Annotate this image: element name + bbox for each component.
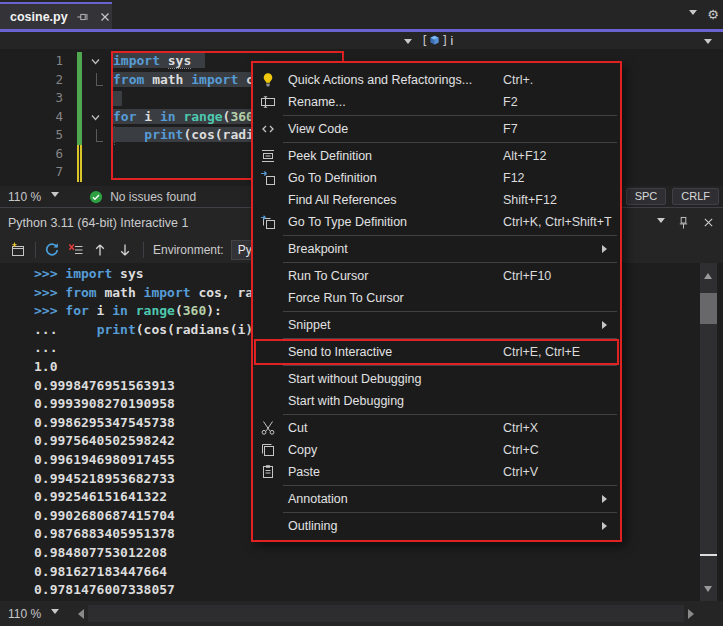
menu-shortcut: Ctrl+K, Ctrl+Shift+T [503,215,612,229]
menu-shortcut: F2 [503,95,518,109]
menu-item-go-to-definition[interactable]: Go To DefinitionF12 [253,167,620,189]
menu-item-outlining[interactable]: Outlining [253,515,620,537]
pin-icon[interactable] [76,10,90,24]
line-number-gutter: 1234567 [0,52,66,182]
tool-window-controls [657,216,715,230]
tab-bar-controls: ⚙ [689,0,719,29]
clear-screen-icon[interactable] [68,242,84,258]
zoom-chevron-icon[interactable] [51,192,59,201]
check-circle-icon [89,190,103,204]
menu-item-cut[interactable]: CutCtrl+X [253,417,620,439]
reset-session-icon[interactable] [44,242,60,258]
tab-bar: cosine.py ⚙ [0,0,723,29]
menu-item-rename[interactable]: Rename...F2 [253,91,620,113]
menu-item-annotation[interactable]: Annotation [253,488,620,510]
submenu-arrow-icon [602,522,611,530]
menu-item-label: Copy [288,443,317,457]
menu-item-label: Snippet [288,318,330,332]
window-position-chevron-icon[interactable] [657,218,665,227]
horizontal-scrollbar[interactable] [88,605,684,622]
menu-item-go-to-type-definition[interactable]: Go To Type DefinitionCtrl+K, Ctrl+Shift+… [253,211,620,233]
close-icon[interactable] [98,10,112,24]
scroll-down-icon[interactable] [704,586,712,596]
tab-cosine-py[interactable]: cosine.py [0,2,112,29]
menu-separator [283,235,617,236]
menu-item-peek-definition[interactable]: Peek DefinitionAlt+F12 [253,145,620,167]
menu-item-snippet[interactable]: Snippet [253,314,620,336]
close-icon[interactable] [702,216,715,229]
fold-chevron-icon[interactable] [90,112,101,123]
menu-item-label: Start with Debugging [288,394,404,408]
context-menu: Quick Actions and Refactorings...Ctrl+.R… [251,61,622,542]
line-number: 7 [0,163,66,182]
menu-item-label: Go To Definition [288,171,377,185]
menu-item-find-all-references[interactable]: Find All ReferencesShift+F12 [253,189,620,211]
menu-item-label: Paste [288,465,320,479]
menu-item-copy[interactable]: CopyCtrl+C [253,439,620,461]
interactive-status-bar: 110 % [0,601,723,626]
indent-mode-badge[interactable]: SPC [626,188,667,205]
menu-item-start-with-debugging[interactable]: Start with Debugging [253,390,620,412]
menu-item-label: Cut [288,421,307,435]
history-previous-icon[interactable] [92,242,108,258]
menu-shortcut: Ctrl+X [503,421,538,435]
scrollbar-thumb[interactable] [700,293,717,324]
scroll-right-icon[interactable] [688,609,699,619]
submenu-arrow-icon [602,321,611,329]
vs-window: cosine.py ⚙ [ ] i 1234567 [0,0,723,626]
type-dropdown-chevron-icon[interactable] [404,39,412,48]
vertical-scrollbar[interactable] [700,263,717,602]
scroll-left-icon[interactable] [73,609,84,619]
menu-separator [283,311,617,312]
scroll-up-icon[interactable] [704,269,712,279]
fold-chevron-icon[interactable] [90,56,101,67]
zoom-chevron-icon[interactable] [51,609,59,618]
bracket-left: [ [421,34,428,48]
rename-icon [260,94,276,110]
menu-item-label: Quick Actions and Refactorings... [288,73,472,87]
scrollbar-corner [699,601,723,626]
menu-separator [283,115,617,116]
menu-item-paste[interactable]: PasteCtrl+V [253,461,620,483]
go-to-definition-icon [260,170,276,186]
view-code-icon [260,121,276,137]
menu-item-run-to-cursor[interactable]: Run To CursorCtrl+F10 [253,265,620,287]
menu-item-view-code[interactable]: View CodeF7 [253,118,620,140]
interactive-zoom-level[interactable]: 110 % [8,607,41,621]
menu-shortcut: Ctrl+V [503,465,538,479]
menu-item-label: Force Run To Cursor [288,291,404,305]
line-number: 5 [0,126,66,145]
menu-item-label: Rename... [288,95,346,109]
member-name: i [450,34,453,48]
menu-item-label: Breakpoint [288,242,348,256]
outline-bracket [96,73,103,86]
line-number: 2 [0,71,66,90]
member-dropdown[interactable]: [ ] i [421,33,453,49]
settings-gear-icon[interactable]: ⚙ [707,8,719,21]
member-dropdown-chevron-icon[interactable] [704,39,712,48]
pin-icon[interactable] [677,216,690,230]
document-list-chevron-icon[interactable] [689,10,697,19]
editor-zoom-level[interactable]: 110 % [8,190,41,204]
line-ending-badge[interactable]: CRLF [672,188,719,205]
menu-item-force-run-to-cursor[interactable]: Force Run To Cursor [253,287,620,309]
menu-item-start-without-debugging[interactable]: Start without Debugging [253,368,620,390]
menu-shortcut: F7 [503,122,518,136]
scrollbar-mark [700,554,717,556]
document-health[interactable]: No issues found [89,190,196,204]
menu-item-breakpoint[interactable]: Breakpoint [253,238,620,260]
peek-definition-icon [260,148,276,164]
line-number: 3 [0,89,66,108]
cube-icon [428,34,441,47]
menu-shortcut: Shift+F12 [503,193,557,207]
history-next-icon[interactable] [117,242,133,258]
menu-shortcut: Ctrl+E, Ctrl+E [503,345,580,359]
new-interactive-window-icon[interactable] [10,242,26,258]
menu-item-label: Annotation [288,492,348,506]
health-label: No issues found [110,190,196,204]
menu-item-quick-actions-and-refactorings[interactable]: Quick Actions and Refactorings...Ctrl+. [253,69,620,91]
status-badges: SPC CRLF [617,188,719,205]
menu-item-send-to-interactive[interactable]: Send to InteractiveCtrl+E, Ctrl+E [253,341,620,363]
menu-item-label: View Code [288,122,348,136]
change-bar-unsaved [77,145,82,182]
